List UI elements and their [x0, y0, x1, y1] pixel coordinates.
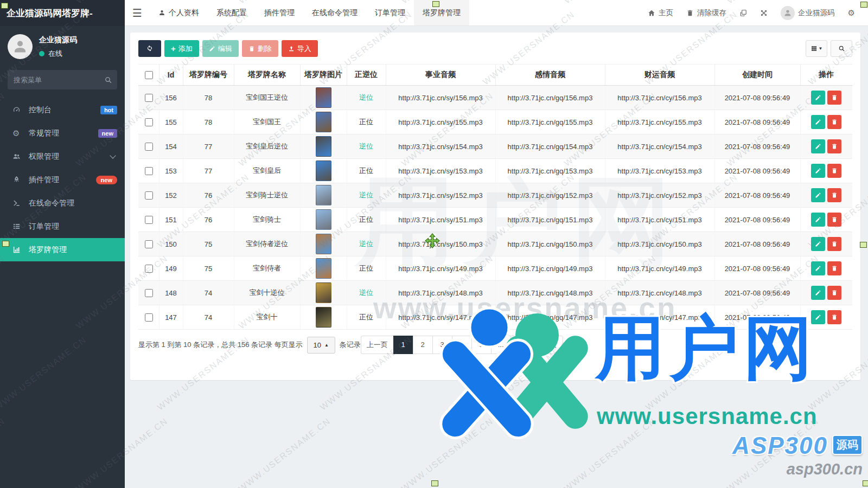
pencil-icon: [209, 44, 215, 53]
menu-search-input[interactable]: [8, 70, 117, 89]
cell-wealth-audio: http://3.71jc.cn/cy/149.mp3: [605, 256, 714, 281]
cell-love-audio: http://3.71jc.cn/gq/152.mp3: [495, 183, 605, 208]
refresh-button[interactable]: [138, 40, 161, 57]
row-checkbox[interactable]: [145, 216, 153, 224]
tab-addon[interactable]: 插件管理: [256, 0, 303, 25]
cell-created: 2021-07-08 09:56:49: [714, 110, 800, 134]
cell-id: 151: [159, 208, 183, 232]
tarot-card-image[interactable]: [316, 112, 331, 132]
tab-tarot[interactable]: 塔罗牌管理: [414, 0, 469, 25]
sidebar-item-auth[interactable]: 权限管理: [0, 145, 125, 168]
tab-system-config[interactable]: 系统配置: [208, 0, 256, 25]
calibration-marker: [860, 242, 867, 248]
sidebar-item-command[interactable]: 在线命令管理: [0, 191, 125, 215]
delete-row-button[interactable]: [827, 261, 841, 275]
page-label: 上一页: [367, 341, 388, 349]
page-size-select[interactable]: 10 ▲: [307, 337, 335, 354]
edit-row-button[interactable]: [811, 237, 825, 251]
delete-row-button[interactable]: [827, 164, 841, 178]
edit-row-button[interactable]: [811, 91, 825, 105]
navbar-fullscreen[interactable]: [754, 0, 774, 26]
delete-row-button[interactable]: [827, 310, 841, 324]
navbar-page-switch[interactable]: [733, 0, 754, 26]
tarot-card-image[interactable]: [316, 160, 331, 181]
edit-row-button[interactable]: [811, 286, 825, 300]
tarot-card-image[interactable]: [316, 185, 331, 206]
add-button[interactable]: +添加: [164, 40, 199, 57]
table-row: 15377宝剑皇后正位http://3.71jc.cn/sy/153.mp3ht…: [138, 159, 852, 183]
column-header: 创建时间: [714, 65, 800, 86]
pencil-icon: [815, 191, 821, 200]
tarot-card-image[interactable]: [316, 307, 331, 328]
tab-label: 系统配置: [216, 8, 247, 18]
row-checkbox[interactable]: [145, 94, 153, 102]
row-checkbox[interactable]: [145, 143, 153, 151]
edit-row-button[interactable]: [811, 115, 825, 129]
page-button[interactable]: ...: [491, 336, 511, 354]
trash-icon: [831, 118, 838, 126]
page-button[interactable]: 4: [452, 336, 472, 354]
trash-icon: [831, 289, 838, 297]
tarot-card-image[interactable]: [316, 282, 331, 303]
import-button[interactable]: 导入: [282, 40, 318, 57]
row-checkbox[interactable]: [145, 167, 153, 175]
delete-row-button[interactable]: [827, 139, 841, 153]
row-checkbox[interactable]: [145, 265, 153, 273]
cell-id: 153: [159, 159, 183, 183]
delete-button[interactable]: 删除: [242, 40, 278, 57]
navbar-settings[interactable]: ⚙: [841, 0, 861, 26]
page-button[interactable]: 3: [432, 336, 452, 354]
page-button[interactable]: 16: [510, 336, 531, 354]
navbar-clear-cache[interactable]: 清除缓存: [680, 0, 733, 26]
home-icon: [648, 9, 655, 17]
row-checkbox[interactable]: [145, 118, 153, 126]
tab-order[interactable]: 订单管理: [366, 0, 414, 25]
sidebar-item-dashboard[interactable]: 控制台hot: [0, 98, 125, 121]
row-checkbox[interactable]: [145, 240, 153, 248]
edit-row-button[interactable]: [811, 213, 825, 227]
edit-row-button[interactable]: [811, 310, 825, 324]
delete-row-button[interactable]: [827, 237, 841, 251]
edit-row-button[interactable]: [811, 261, 825, 275]
page-button[interactable]: 上一页: [361, 336, 394, 354]
navbar-user[interactable]: 企业猫源码: [774, 0, 841, 26]
tarot-card-image[interactable]: [316, 209, 331, 230]
delete-row-button[interactable]: [827, 115, 841, 129]
row-checkbox[interactable]: [145, 313, 153, 322]
refresh-icon: [146, 44, 154, 53]
page-button[interactable]: 下一页: [530, 336, 563, 354]
trash-icon: [248, 44, 255, 53]
delete-row-button[interactable]: [827, 91, 841, 105]
edit-row-button[interactable]: [811, 188, 825, 202]
page-button[interactable]: 2: [413, 336, 433, 354]
delete-row-button[interactable]: [827, 188, 841, 202]
edit-button[interactable]: 编辑: [202, 40, 239, 57]
edit-row-button[interactable]: [811, 164, 825, 178]
tarot-card-image[interactable]: [316, 87, 331, 108]
tarot-card-image[interactable]: [316, 136, 331, 157]
sidebar-item-order[interactable]: 订单管理: [0, 215, 125, 238]
sidebar-item-general[interactable]: ⚙常规管理new: [0, 121, 125, 145]
search-toggle-button[interactable]: [831, 40, 852, 57]
select-all-checkbox[interactable]: [145, 71, 153, 79]
tab-command[interactable]: 在线命令管理: [303, 0, 366, 25]
tarot-card-image[interactable]: [316, 258, 331, 279]
sidebar-item-tarot[interactable]: 塔罗牌管理: [0, 238, 125, 261]
table-row: 14874宝剑十逆位逆位http://3.71jc.cn/sy/148.mp3h…: [138, 281, 852, 305]
cell-position: 逆位: [359, 288, 373, 297]
sidebar-item-addon[interactable]: 插件管理new: [0, 168, 125, 191]
tab-profile[interactable]: 个人资料: [150, 0, 208, 25]
delete-row-button[interactable]: [827, 286, 841, 300]
navbar-home[interactable]: 主页: [641, 0, 680, 26]
delete-row-button[interactable]: [827, 213, 841, 227]
edit-row-button[interactable]: [811, 139, 825, 153]
row-checkbox[interactable]: [145, 191, 153, 200]
search-icon: [104, 75, 112, 85]
page-current[interactable]: 1: [393, 336, 413, 354]
page-button[interactable]: 5: [471, 336, 492, 354]
columns-toggle-button[interactable]: ▼: [806, 40, 827, 57]
trash-icon: [831, 265, 838, 273]
menu-toggle-button[interactable]: ☰: [125, 0, 150, 25]
tarot-card-image[interactable]: [316, 234, 331, 254]
row-checkbox[interactable]: [145, 289, 153, 297]
